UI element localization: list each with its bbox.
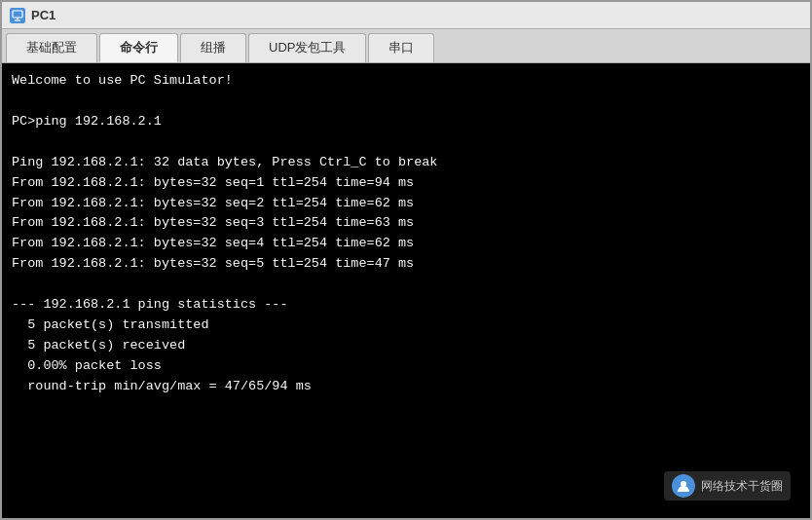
tab-udp-tool[interactable]: UDP发包工具 [248, 33, 366, 62]
watermark: 网络技术干货圈 [664, 471, 791, 501]
terminal-output[interactable]: Welcome to use PC Simulator! PC>ping 192… [2, 63, 810, 518]
tab-serial[interactable]: 串口 [368, 33, 434, 62]
tab-bar: 基础配置 命令行 组播 UDP发包工具 串口 [2, 29, 810, 63]
watermark-icon [672, 474, 695, 498]
tab-basic-config[interactable]: 基础配置 [6, 33, 97, 62]
terminal-text: Welcome to use PC Simulator! PC>ping 192… [12, 71, 800, 397]
tab-multicast[interactable]: 组播 [180, 33, 246, 62]
window-title: PC1 [31, 8, 55, 22]
main-window: PC1 基础配置 命令行 组播 UDP发包工具 串口 Welcome to us… [0, 0, 812, 520]
svg-rect-0 [13, 11, 22, 18]
tab-command-line[interactable]: 命令行 [99, 33, 178, 62]
computer-icon [10, 8, 25, 23]
terminal-container: Welcome to use PC Simulator! PC>ping 192… [2, 63, 810, 518]
watermark-text: 网络技术干货圈 [701, 478, 783, 495]
title-bar: PC1 [2, 2, 810, 29]
